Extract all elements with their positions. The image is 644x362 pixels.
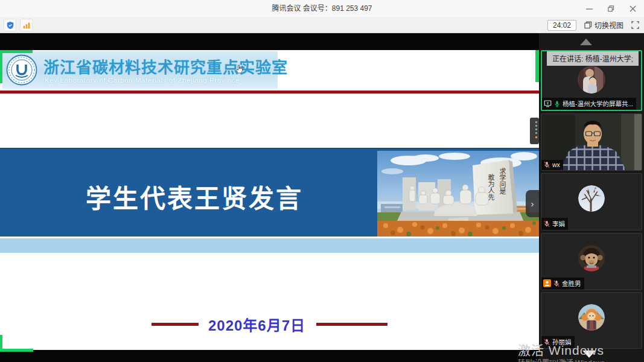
red-divider-date-right (316, 323, 387, 326)
next-slide-chevron[interactable]: › (526, 190, 539, 217)
tencent-meeting-window: 腾讯会议 会议号：891 253 497 (0, 0, 644, 362)
slide-title-banner: 学生代表王贤发言 (0, 148, 539, 237)
toolbar-left (4, 19, 33, 31)
mic-muted-icon (543, 220, 550, 227)
network-status-button[interactable] (20, 19, 33, 31)
share-frame-corner (0, 50, 2, 83)
switch-view-label: 切换视图 (595, 20, 623, 30)
scroll-up-icon[interactable] (580, 39, 592, 45)
windows-activation-watermark-line2: 转到“设置”以激活 Windows (518, 357, 605, 362)
close-icon (630, 5, 636, 12)
toolbar-right: 24:02 切换视图 (547, 19, 639, 31)
fullscreen-button[interactable] (631, 21, 639, 29)
participants-sidebar: 正在讲话: 杨植-温州大学; (539, 33, 644, 362)
campus-monument-photo: 求学问是 敢为人先 (377, 151, 539, 237)
avatar (578, 66, 605, 94)
shield-icon (6, 21, 14, 30)
fullscreen-icon (631, 21, 639, 29)
avatar (578, 304, 605, 331)
restore-icon (608, 5, 614, 12)
participant-tile-lijuan[interactable]: 李娟 (541, 173, 642, 230)
avatar (578, 245, 605, 272)
network-signal-icon (22, 21, 31, 30)
participant-name: wx (552, 161, 560, 168)
participant-name: 李娟 (552, 219, 565, 228)
mic-muted-icon (543, 161, 550, 168)
slide-header-banner: 浙江省碳材料技术研究重点实验室 Key Laboratory of Carbon… (2, 51, 278, 89)
switch-view-button[interactable]: 切换视图 (584, 20, 623, 30)
red-divider-date-left (151, 323, 199, 326)
participant-label: wx (541, 160, 563, 170)
university-logo (6, 54, 37, 86)
date-row: 2020年6月7日 (0, 314, 539, 335)
switch-view-icon (584, 21, 592, 29)
red-divider-top (0, 91, 539, 94)
mouse-cursor (235, 65, 243, 74)
close-button[interactable] (625, 2, 640, 15)
screen-share-icon (544, 100, 552, 107)
share-frame-corner (0, 349, 33, 352)
meeting-security-button[interactable] (4, 19, 16, 31)
window-title: 腾讯会议 会议号：891 253 497 (0, 0, 644, 17)
restore-button[interactable] (603, 2, 619, 15)
shared-screen-slide: 浙江省碳材料技术研究重点实验室 Key Laboratory of Carbon… (0, 50, 539, 350)
windows-activation-watermark: 激活 Windows (518, 340, 604, 358)
participant-label: 杨植-温州大学的屏幕共... (542, 98, 636, 110)
meeting-timer: 24:02 (547, 20, 576, 31)
host-badge-icon (543, 279, 551, 287)
share-frame-corner (0, 50, 33, 53)
participant-name: 杨植-温州大学的屏幕共... (563, 99, 633, 108)
main-area: 浙江省碳材料技术研究重点实验室 Key Laboratory of Carbon… (0, 33, 644, 362)
slide-title: 学生代表王贤发言 (86, 178, 303, 215)
participant-name: 金胜男 (562, 279, 581, 288)
annotation-mini-toolbar[interactable] (530, 118, 539, 144)
participant-label: 金胜男 (541, 278, 584, 290)
participant-label: 李娟 (541, 218, 568, 230)
light-blue-strip (0, 238, 539, 253)
minimize-icon (586, 5, 593, 12)
participant-tile-jinshengnan[interactable]: 金胜男 (541, 233, 642, 290)
monument-calligraphy-right: 求学问是 (499, 168, 506, 195)
window-controls (581, 0, 640, 17)
mic-muted-icon (553, 280, 560, 287)
titlebar: 腾讯会议 会议号：891 253 497 (0, 0, 644, 17)
meeting-toolbar: 24:02 切换视图 (0, 17, 644, 33)
lab-subtitle: Key Laboratory of Carbon Materials of Zh… (45, 77, 240, 84)
minimize-button[interactable] (581, 2, 597, 15)
speaking-indicator: 正在讲话: 杨植-温州大学; (547, 51, 639, 66)
participant-tile-wx[interactable]: wx (541, 113, 642, 171)
slide-date: 2020年6月7日 (208, 314, 305, 335)
mic-on-icon (553, 100, 561, 107)
avatar (578, 185, 605, 212)
lab-title: 浙江省碳材料技术研究重点实验室 (43, 55, 288, 77)
